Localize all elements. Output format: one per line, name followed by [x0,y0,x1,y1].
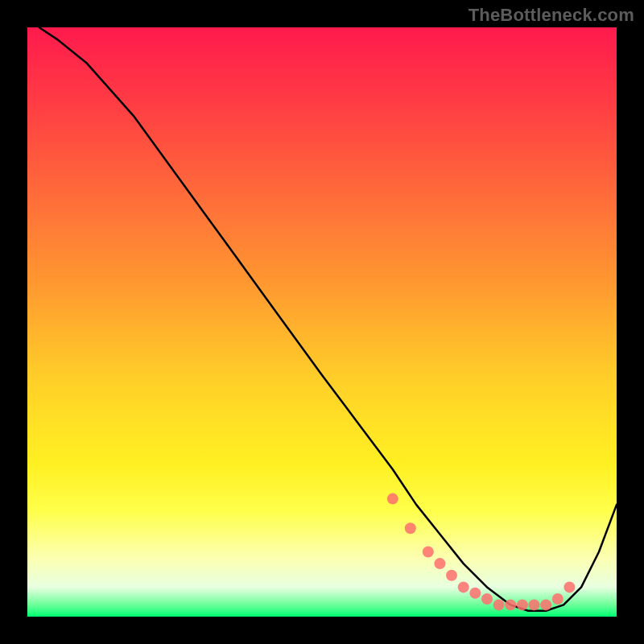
highlight-dot [505,599,516,610]
bottleneck-curve-line [39,27,617,611]
highlight-dot [552,593,564,605]
highlight-dot [458,581,469,592]
highlight-dot [446,570,457,581]
chart-frame: TheBottleneck.com [0,0,644,644]
highlight-dot [469,588,481,599]
highlight-dot [423,547,434,558]
highlight-dot [564,581,575,592]
curve-path [39,27,617,611]
chart-svg [27,27,617,617]
highlight-dot [405,522,416,534]
highlight-dots [387,493,576,611]
highlight-dot [493,599,505,610]
highlight-dot [387,493,398,505]
highlight-dot [529,599,540,610]
highlight-dot [481,593,493,605]
plot-area [27,27,617,617]
highlight-dot [517,599,528,610]
highlight-dot [540,599,551,610]
watermark-text: TheBottleneck.com [469,5,634,26]
highlight-dot [434,558,445,569]
